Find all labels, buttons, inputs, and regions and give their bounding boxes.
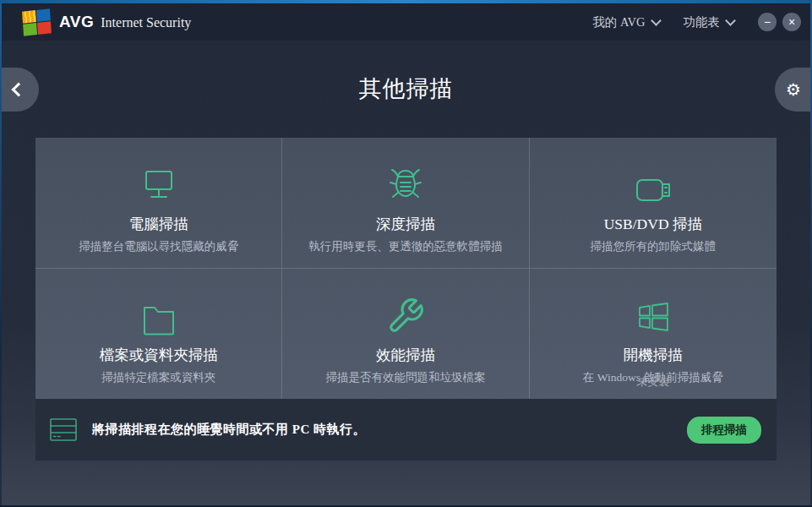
tile-subtitle: 掃描整台電腦以尋找隱藏的威脅 [35,239,281,254]
tile-subtitle: 執行用時更長、更透徹的惡意軟體掃描 [282,239,528,254]
schedule-scan-button[interactable]: 排程掃描 [687,417,761,444]
tile-title: 效能掃描 [282,345,528,365]
tile-performance-scan[interactable]: 效能掃描 掃描是否有效能問題和垃圾檔案 [282,269,529,400]
schedule-message: 將掃描排程在您的睡覺時間或不用 PC 時執行。 [92,422,366,438]
gear-icon: ⚙ [786,79,801,100]
tile-title: 檔案或資料夾掃描 [35,345,281,365]
minimize-icon: − [764,16,771,28]
folder-icon [35,292,281,335]
scan-tiles-grid: 電腦掃描 掃描整台電腦以尋找隱藏的威脅 深度掃描 執行用時更長、更透徹的惡意軟體… [35,138,777,399]
tile-subtitle: 掃描是否有效能問題和垃圾檔案 [282,370,528,385]
tile-deep-scan[interactable]: 深度掃描 執行用時更長、更透徹的惡意軟體掃描 [282,138,529,269]
menu-my-avg[interactable]: 我的 AVG [592,14,659,30]
brand-product: Internet Security [101,15,191,30]
close-icon: × [788,16,795,28]
window-top-border [0,0,812,3]
wrench-icon [282,292,528,335]
menu-main[interactable]: 功能表 [684,14,735,30]
schedule-bar: 將掃描排程在您的睡覺時間或不用 PC 時執行。 排程掃描 [35,399,777,461]
tile-title: 電腦掃描 [35,214,281,234]
window-left-border [0,3,2,507]
monitor-icon [35,161,281,204]
chevron-down-icon [725,15,736,26]
brand: AVG Internet Security [59,13,191,31]
tile-file-folder-scan[interactable]: 檔案或資料夾掃描 掃描特定檔案或資料夾 [35,269,282,400]
window-controls: − × [758,13,801,31]
page-title: 其他掃描 [0,74,812,104]
tile-title: USB/DVD 掃描 [530,214,777,234]
tile-subtitle: 掃描特定檔案或資料夾 [35,370,281,385]
tile-subtitle: 掃描您所有的卸除式媒體 [530,239,777,254]
titlebar-menus: 我的 AVG 功能表 [592,14,734,30]
avg-logo-icon [22,8,52,35]
tile-usb-dvd-scan[interactable]: USB/DVD 掃描 掃描您所有的卸除式媒體 [530,138,777,269]
chevron-down-icon [651,15,662,26]
close-button[interactable]: × [782,13,801,31]
windows-icon [530,292,777,335]
tile-title: 深度掃描 [282,214,528,234]
bug-icon [282,161,528,204]
settings-button[interactable]: ⚙ [775,68,812,112]
schedule-calendar-icon [49,417,78,442]
tile-boot-scan[interactable]: 開機掃描 在 Windows 啟動前掃描威脅 未安裝 [530,269,777,400]
titlebar: AVG Internet Security 我的 AVG 功能表 − × [0,3,812,41]
minimize-button[interactable]: − [758,13,777,31]
not-installed-badge: 未安裝 [530,374,777,390]
menu-my-avg-label: 我的 AVG [592,14,645,30]
menu-main-label: 功能表 [684,14,721,30]
usb-drive-icon [530,161,777,204]
tile-title: 開機掃描 [530,345,777,365]
brand-name: AVG [59,13,94,31]
chevron-left-icon [12,83,26,97]
tile-computer-scan[interactable]: 電腦掃描 掃描整台電腦以尋找隱藏的威脅 [35,138,282,269]
